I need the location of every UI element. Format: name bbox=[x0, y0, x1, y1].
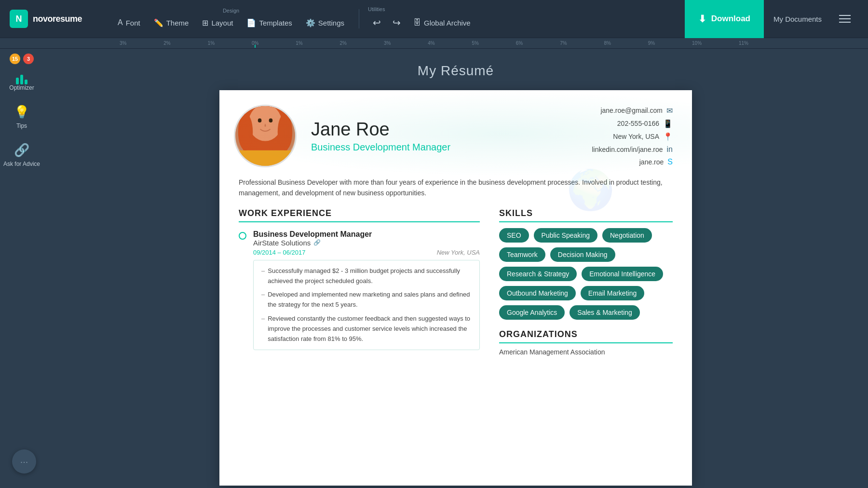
chat-icon: ··· bbox=[20, 456, 28, 467]
skill-public-speaking: Public Speaking bbox=[534, 228, 597, 243]
svg-rect-6 bbox=[235, 150, 295, 166]
theme-nav-item[interactable]: ✏️ Theme bbox=[148, 15, 195, 30]
location-value: New York, USA bbox=[613, 133, 659, 140]
nav-separator bbox=[359, 9, 359, 28]
logo-area: N novoresume bbox=[10, 10, 106, 28]
svg-point-7 bbox=[238, 113, 253, 150]
font-icon: A bbox=[118, 18, 123, 27]
font-nav-item[interactable]: A Font bbox=[112, 15, 146, 30]
global-archive-nav-item[interactable]: 🗄 Global Archive bbox=[407, 15, 476, 30]
download-icon: ⬇ bbox=[698, 13, 706, 25]
my-documents-link[interactable]: My Documents bbox=[764, 15, 831, 23]
badge-row: 15 3 bbox=[10, 54, 34, 64]
linkedin-value: linkedin.com/in/jane.roe bbox=[592, 146, 663, 153]
svg-point-3 bbox=[249, 105, 282, 141]
logo-text: novoresume bbox=[33, 14, 82, 24]
skills-section: SKILLS SEO Public Speaking Negotiation T… bbox=[489, 208, 692, 356]
work-company: AirState Solutions 🔗 bbox=[253, 239, 480, 247]
svg-point-8 bbox=[278, 113, 293, 150]
sidebar-item-optimizer[interactable]: Optimizer bbox=[0, 68, 43, 98]
logo-icon: N bbox=[10, 10, 28, 28]
work-bullet-2: Developed and implemented new marketing … bbox=[261, 290, 472, 310]
tips-label: Tips bbox=[16, 122, 27, 129]
redo-button[interactable]: ↪ bbox=[388, 14, 406, 31]
optimizer-icon bbox=[16, 75, 27, 84]
resume-name: Jane Roe bbox=[311, 119, 592, 140]
resume-summary: Professional Business Developer with mor… bbox=[219, 177, 692, 208]
work-section-title: WORK EXPERIENCE bbox=[239, 208, 480, 222]
linkedin-icon: in bbox=[667, 145, 673, 154]
skill-email-marketing: Email Marketing bbox=[581, 286, 644, 300]
skill-teamwork: Teamwork bbox=[499, 247, 545, 262]
sidebar-item-tips[interactable]: 💡 Tips bbox=[0, 98, 43, 136]
contact-location: New York, USA 📍 bbox=[613, 132, 673, 141]
undo-button[interactable]: ↩ bbox=[368, 14, 386, 31]
chat-bubble[interactable]: ··· bbox=[12, 449, 36, 474]
company-name: AirState Solutions bbox=[253, 239, 311, 247]
email-icon: ✉ bbox=[666, 106, 673, 115]
sidebar-item-advice[interactable]: 🔗 Ask for Advice bbox=[0, 136, 43, 174]
company-link-icon[interactable]: 🔗 bbox=[313, 239, 321, 246]
utilities-label: Utilities bbox=[368, 6, 385, 12]
skill-decision-making: Decision Making bbox=[550, 247, 615, 262]
advice-label: Ask for Advice bbox=[3, 161, 40, 167]
font-label: Font bbox=[126, 19, 140, 27]
work-bullet-1: Successfully managed $2 - 3 million budg… bbox=[261, 266, 472, 286]
work-content: Business Development Manager AirState So… bbox=[253, 230, 480, 351]
svg-point-5 bbox=[269, 118, 273, 122]
templates-label: Templates bbox=[259, 19, 292, 27]
design-label: Design bbox=[223, 8, 239, 14]
organizations-section: ORGANIZATIONS American Management Associ… bbox=[499, 329, 673, 356]
page-title: My Résumé bbox=[418, 63, 494, 79]
org-name-1: American Management Association bbox=[499, 348, 673, 356]
resume-header: Jane Roe Business Development Manager ja… bbox=[219, 90, 692, 177]
top-nav: N novoresume Design A Font ✏️ Theme ⊞ La… bbox=[0, 0, 868, 38]
skills-grid: SEO Public Speaking Negotiation Teamwork… bbox=[499, 228, 673, 320]
download-button[interactable]: ⬇ Download bbox=[685, 0, 764, 38]
org-section-title: ORGANIZATIONS bbox=[499, 329, 673, 343]
avatar bbox=[234, 105, 297, 167]
work-item-1: Business Development Manager AirState So… bbox=[239, 230, 480, 351]
contact-linkedin: linkedin.com/in/jane.roe in bbox=[592, 145, 673, 154]
badge-3: 3 bbox=[23, 54, 34, 64]
templates-icon: 📄 bbox=[246, 18, 256, 27]
header-name-area: Jane Roe Business Development Manager bbox=[311, 119, 592, 153]
work-experience-section: WORK EXPERIENCE Business Development Man… bbox=[219, 208, 489, 356]
work-meta: 09/2014 – 06/2017 New York, USA bbox=[253, 249, 480, 256]
skill-google-analytics: Google Analytics bbox=[499, 305, 565, 320]
skype-icon: S bbox=[667, 158, 673, 166]
skill-seo: SEO bbox=[499, 228, 529, 243]
hamburger-menu[interactable] bbox=[831, 15, 858, 23]
work-title: Business Development Manager bbox=[253, 230, 480, 239]
layout-nav-item[interactable]: ⊞ Layout bbox=[196, 15, 239, 30]
contact-phone: 202-555-0166 📱 bbox=[617, 119, 673, 128]
resume-job-title: Business Development Manager bbox=[311, 142, 592, 153]
layout-label: Layout bbox=[211, 19, 233, 27]
badge-15: 15 bbox=[10, 54, 20, 64]
theme-label: Theme bbox=[166, 19, 189, 27]
skill-outbound-marketing: Outbound Marketing bbox=[499, 286, 576, 300]
main-area: 15 3 Optimizer 💡 Tips 🔗 Ask for Advice M… bbox=[0, 49, 868, 488]
settings-nav-item[interactable]: ⚙️ Settings bbox=[300, 15, 350, 30]
skype-value: jane.roe bbox=[639, 158, 664, 166]
settings-label: Settings bbox=[318, 19, 344, 27]
header-contact: jane.roe@gmail.com ✉ 202-555-0166 📱 New … bbox=[592, 106, 673, 166]
work-bullet-3: Reviewed constantly the customer feedbac… bbox=[261, 314, 472, 344]
work-details: Successfully managed $2 - 3 million budg… bbox=[253, 260, 480, 351]
templates-nav-item[interactable]: 📄 Templates bbox=[241, 15, 298, 30]
tips-icon: 💡 bbox=[14, 105, 29, 120]
settings-icon: ⚙️ bbox=[306, 18, 315, 27]
global-archive-label: Global Archive bbox=[424, 19, 471, 27]
work-dates: 09/2014 – 06/2017 bbox=[253, 249, 305, 256]
left-sidebar: 15 3 Optimizer 💡 Tips 🔗 Ask for Advice bbox=[0, 49, 43, 488]
resume-paper: 🌍 bbox=[219, 90, 692, 486]
timeline-dot bbox=[239, 232, 246, 240]
skill-research-strategy: Research & Strategy bbox=[499, 267, 577, 281]
phone-value: 202-555-0166 bbox=[617, 120, 659, 127]
location-icon: 📍 bbox=[663, 132, 673, 141]
advice-icon: 🔗 bbox=[14, 143, 29, 158]
ruler: 3% 2% 1% 0% 1% 2% 3% 4% 5% 6% 7% 8% 9% 1… bbox=[0, 38, 868, 49]
optimizer-label: Optimizer bbox=[9, 84, 34, 91]
email-value: jane.roe@gmail.com bbox=[600, 107, 663, 114]
contact-email: jane.roe@gmail.com ✉ bbox=[600, 106, 673, 115]
